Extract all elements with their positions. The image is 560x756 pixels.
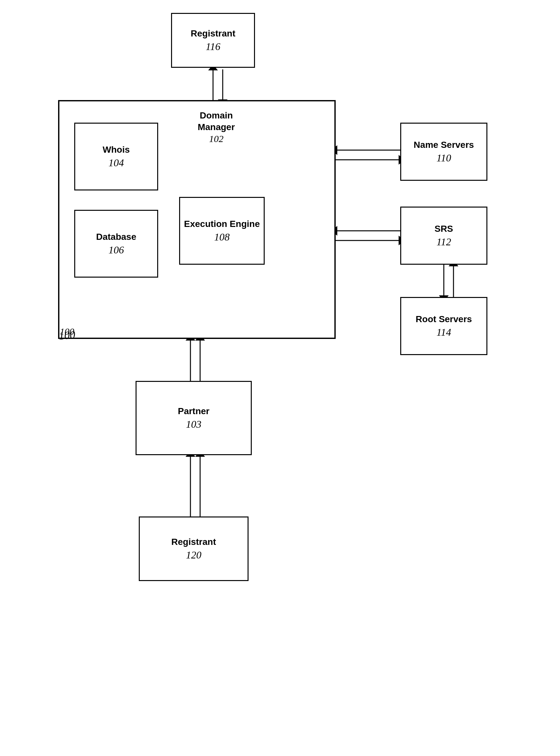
whois-box: Whois 104 — [74, 123, 158, 191]
registrant-bottom-number: 120 — [186, 549, 201, 561]
name-servers-number: 110 — [436, 152, 451, 164]
domain-manager-label: Domain Manager — [198, 111, 235, 132]
srs-box: SRS 112 — [400, 206, 487, 265]
diagram-container: Registrant 116 100 Whois 104 Domain Mana… — [0, 0, 560, 756]
whois-number: 104 — [108, 157, 124, 169]
partner-box: Partner 103 — [136, 381, 252, 455]
main-container-number: 100 — [58, 329, 76, 342]
root-servers-label: Root Servers — [416, 314, 472, 325]
execution-engine-box: Execution Engine 108 — [179, 197, 265, 265]
registrant-top-label: Registrant — [191, 28, 235, 39]
domain-manager-number: 102 — [209, 133, 224, 144]
srs-label: SRS — [435, 223, 453, 234]
partner-number: 103 — [186, 418, 201, 430]
partner-label: Partner — [178, 406, 209, 417]
registrant-top-number: 116 — [206, 41, 220, 53]
srs-number: 112 — [436, 236, 451, 248]
execution-engine-label: Execution Engine — [184, 219, 260, 230]
registrant-bottom-label: Registrant — [172, 537, 216, 548]
root-servers-box: Root Servers 114 — [400, 297, 487, 355]
whois-label: Whois — [103, 144, 130, 155]
root-servers-number: 114 — [436, 326, 451, 338]
name-servers-label: Name Servers — [414, 139, 474, 151]
domain-manager-area: Domain Manager 102 — [181, 110, 252, 144]
registrant-top-box: Registrant 116 — [171, 13, 255, 68]
registrant-bottom-box: Registrant 120 — [139, 516, 248, 581]
database-box: Database 106 — [74, 210, 158, 278]
name-servers-box: Name Servers 110 — [400, 123, 487, 181]
database-label: Database — [96, 232, 137, 242]
execution-engine-number: 108 — [214, 231, 230, 243]
database-number: 106 — [108, 244, 124, 256]
